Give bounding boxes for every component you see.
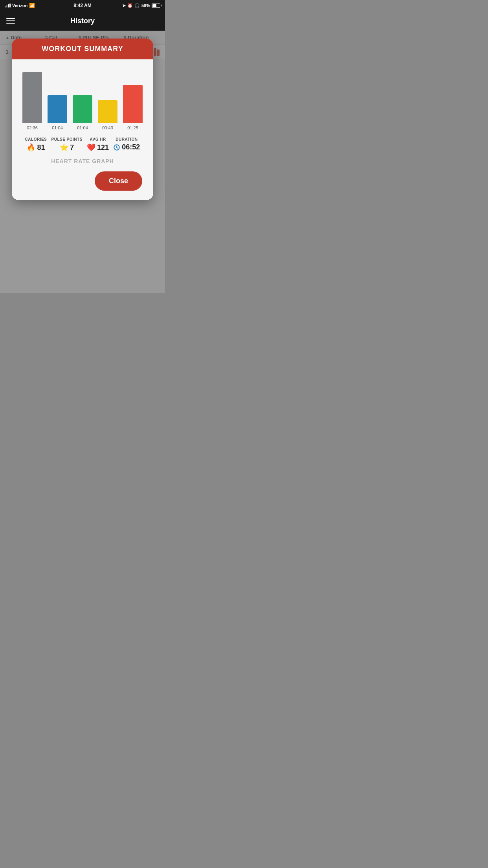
bar (98, 100, 117, 123)
modal-header: WORKOUT SUMMARY (12, 39, 153, 59)
close-button-row: Close (21, 171, 144, 191)
bar-col: 00:43 (98, 100, 117, 131)
status-left: Verizon 📶 (5, 3, 35, 8)
signal-icon (5, 4, 11, 7)
app-header: History (0, 11, 165, 31)
status-bar: Verizon 📶 8:42 AM ➤ ⏰ 🎧 58% (0, 0, 165, 11)
bar-time-label: 01:04 (77, 125, 88, 130)
duration-value-row: 06:52 (113, 143, 140, 151)
duration-value: 06:52 (122, 143, 140, 151)
bar (22, 72, 42, 123)
calories-value-row: 🔥 81 (27, 143, 45, 152)
bar-col: 01:04 (73, 95, 92, 131)
stat-pulse-points: PULSE POINTS ⭐ 7 (51, 137, 83, 152)
pulse-points-value-row: ⭐ 7 (60, 143, 74, 152)
stat-calories: CALORIES 🔥 81 (25, 137, 47, 152)
close-button[interactable]: Close (95, 171, 142, 191)
location-icon: ➤ (122, 3, 126, 8)
avg-hr-value: 121 (97, 143, 109, 152)
modal-title: WORKOUT SUMMARY (42, 45, 123, 53)
headphones-icon: 🎧 (134, 3, 140, 8)
bar-col: 02:36 (22, 72, 42, 130)
pulse-points-value: 7 (70, 143, 74, 152)
stat-duration: DURATION 06:52 (113, 137, 140, 151)
bar (123, 85, 143, 123)
wifi-icon: 📶 (29, 3, 35, 8)
stats-row: CALORIES 🔥 81 PULSE POINTS ⭐ 7 AVG HR (21, 137, 144, 152)
status-right: ➤ ⏰ 🎧 58% (122, 3, 160, 8)
avg-hr-value-row: ❤️ 121 (87, 143, 109, 152)
bar (73, 95, 92, 123)
clock-icon (113, 144, 120, 151)
stat-avg-hr: AVG HR ❤️ 121 (87, 137, 109, 152)
alarm-icon: ⏰ (127, 3, 133, 8)
carrier-label: Verizon (12, 3, 28, 8)
bar-col: 01:25 (123, 85, 143, 131)
avg-hr-label: AVG HR (90, 137, 106, 142)
workout-summary-modal: WORKOUT SUMMARY 02:3601:0401:0400:4301:2… (12, 39, 153, 200)
page-title: History (70, 17, 95, 25)
bar-col: 01:04 (48, 95, 67, 131)
pulse-points-label: PULSE POINTS (51, 137, 83, 142)
modal-overlay: WORKOUT SUMMARY 02:3601:0401:0400:4301:2… (0, 31, 165, 293)
bar-time-label: 01:04 (52, 125, 63, 130)
fire-icon: 🔥 (27, 143, 35, 152)
star-icon: ⭐ (60, 143, 68, 152)
calories-value: 81 (37, 143, 45, 152)
status-time: 8:42 AM (73, 3, 92, 8)
heart-icon: ❤️ (87, 143, 95, 152)
bar-time-label: 00:43 (102, 125, 113, 130)
bar (48, 95, 67, 123)
bar-chart: 02:3601:0401:0400:4301:25 (21, 67, 144, 130)
battery-pct-label: 58% (141, 3, 150, 8)
menu-button[interactable] (6, 18, 15, 24)
duration-label: DURATION (116, 137, 138, 142)
battery-icon (152, 4, 160, 8)
bar-time-label: 02:36 (27, 125, 38, 130)
modal-body: 02:3601:0401:0400:4301:25 CALORIES 🔥 81 … (12, 59, 153, 200)
bar-time-label: 01:25 (127, 125, 138, 130)
calories-label: CALORIES (25, 137, 47, 142)
hr-graph-label: HEART RATE GRAPH (21, 158, 144, 164)
